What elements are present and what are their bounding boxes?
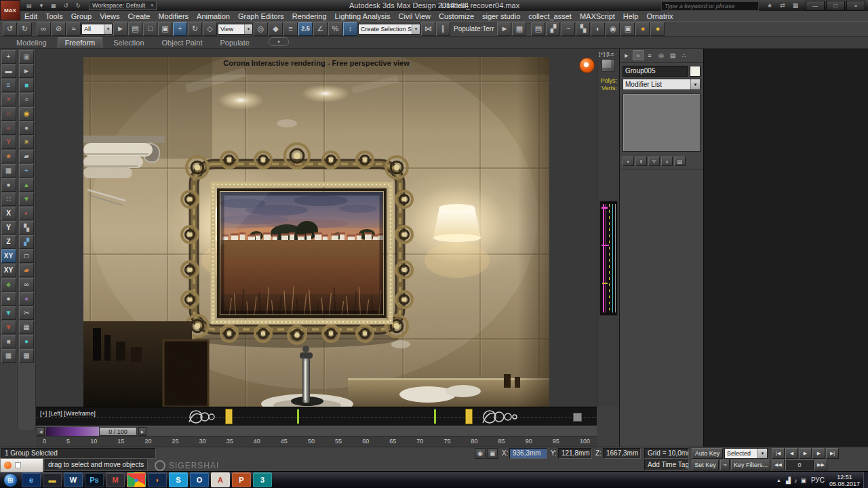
populate-edit-icon[interactable]: ▦: [512, 22, 526, 36]
render-setup-icon[interactable]: ◉: [606, 22, 620, 36]
create-tab-icon[interactable]: ►: [621, 50, 632, 60]
photoshop-icon[interactable]: Ps: [85, 472, 104, 487]
grid2-icon[interactable]: ▦: [19, 321, 34, 334]
go-to-start-button[interactable]: |◀: [772, 448, 785, 459]
render-iterative-icon[interactable]: ●: [650, 22, 665, 36]
render-production-icon[interactable]: ●: [635, 22, 650, 36]
arrow-tool-icon[interactable]: ►: [19, 64, 34, 78]
rendered-frame-icon[interactable]: ▣: [620, 22, 635, 36]
viewcube-icon[interactable]: [601, 59, 615, 72]
reference-coordinate-system-dropdown[interactable]: View▾: [218, 24, 253, 35]
panel-tool-icon[interactable]: ▣: [19, 50, 34, 64]
3ds-max-icon[interactable]: 3: [253, 472, 272, 487]
word-icon[interactable]: W: [64, 472, 83, 487]
page-icon[interactable]: □: [19, 249, 34, 263]
grid-tool-icon[interactable]: ▦: [1, 164, 16, 178]
tray-center-icon[interactable]: ▣: [800, 477, 806, 484]
favorites-star-icon[interactable]: ★: [765, 1, 774, 9]
green-clover-icon[interactable]: ♣: [1, 278, 16, 291]
unlink-selection-icon[interactable]: ⊘: [52, 22, 66, 36]
layer-manager-icon[interactable]: ▤: [531, 22, 545, 36]
axis-x-button[interactable]: X: [1, 207, 16, 220]
next-frame-button[interactable]: ▶: [812, 448, 825, 459]
menu-customize[interactable]: Customize: [435, 12, 478, 20]
selection-region-icon[interactable]: □: [143, 22, 157, 36]
set-key-button[interactable]: Set Key: [692, 460, 719, 470]
gray-box-icon[interactable]: ■: [1, 335, 16, 348]
teal-drop-icon[interactable]: ▼: [1, 306, 16, 320]
close-button[interactable]: ×: [846, 1, 865, 11]
outlook-icon[interactable]: O: [190, 472, 209, 487]
timeline-key-marker[interactable]: [465, 409, 473, 424]
menu-ornatrix[interactable]: Ornatrix: [642, 12, 677, 20]
tab-object-paint[interactable]: Object Paint: [155, 38, 210, 48]
motion-tab-icon[interactable]: ◎: [656, 50, 667, 60]
blue-panel-icon[interactable]: ▞: [19, 235, 34, 249]
rectangle-tool-icon[interactable]: ▬: [1, 64, 16, 78]
next-frame-arrow[interactable]: ▶: [138, 427, 146, 436]
object-color-swatch[interactable]: [690, 66, 701, 77]
current-frame-field[interactable]: 0: [785, 460, 814, 470]
axis-y-button[interactable]: Y: [1, 221, 16, 235]
remove-modifier-button[interactable]: ×: [661, 157, 673, 166]
angle-snap-icon[interactable]: ∠: [313, 22, 328, 36]
display-tab-icon[interactable]: ▤: [667, 50, 678, 60]
play-button[interactable]: ▶: [799, 448, 812, 459]
undo-icon[interactable]: ↺: [60, 1, 71, 9]
magnifier-icon[interactable]: ○: [19, 93, 34, 106]
exchange-icon[interactable]: ⇄: [778, 1, 787, 9]
layers-tool-icon[interactable]: ≡: [1, 79, 16, 92]
axis-xy-button[interactable]: XY: [1, 249, 16, 263]
menu-group[interactable]: Group: [67, 12, 96, 20]
gold-teapot-icon[interactable]: ◉: [19, 107, 34, 121]
x-coordinate-field[interactable]: 936,3mm: [509, 448, 547, 459]
table-icon[interactable]: ▦: [19, 349, 34, 363]
red-wave-tool-icon[interactable]: ≈: [1, 121, 16, 135]
spinner-snap-icon[interactable]: ↕: [343, 22, 357, 36]
file-explorer-icon[interactable]: ▬: [43, 472, 62, 487]
grid-helper-icon[interactable]: ▦: [1, 349, 16, 363]
menu-tools[interactable]: Tools: [41, 12, 67, 20]
menu-edit[interactable]: Edit: [20, 12, 41, 20]
pearl-icon[interactable]: ●: [1, 292, 16, 306]
left-viewport-sliver[interactable]: [599, 201, 618, 316]
maximize-button[interactable]: □: [826, 1, 845, 11]
select-and-scale-icon[interactable]: ◇: [203, 22, 217, 36]
show-end-result-button[interactable]: ‖: [635, 157, 647, 166]
left-wireframe-viewport[interactable]: [+] [Left] [Wireframe]: [36, 407, 597, 426]
start-button[interactable]: ⊞: [3, 473, 18, 487]
chrome-icon[interactable]: ●: [127, 472, 146, 487]
select-and-manipulate-icon[interactable]: ◆: [269, 22, 283, 36]
window-crossing-icon[interactable]: ▣: [158, 22, 172, 36]
menu-modifiers[interactable]: Modifiers: [154, 12, 193, 20]
save-scene-icon[interactable]: ▦: [48, 1, 59, 9]
key-step-forward-button[interactable]: ▶▶: [814, 460, 827, 470]
previous-frame-arrow[interactable]: ◀: [37, 427, 45, 436]
menu-collect-asset[interactable]: collect_asset: [524, 12, 576, 20]
tray-volume-icon[interactable]: ♪: [794, 477, 797, 484]
scissors-icon[interactable]: ✂: [19, 306, 34, 320]
orange-star-tool-icon[interactable]: ★: [1, 150, 16, 163]
purple-dot-icon[interactable]: ●: [19, 292, 34, 306]
menu-create[interactable]: Create: [123, 12, 154, 20]
orange-brush-icon[interactable]: ▰: [19, 264, 34, 277]
show-desktop-button[interactable]: [863, 472, 868, 488]
track-handle[interactable]: [573, 413, 582, 422]
clock[interactable]: 12:51 05.08.2017: [829, 473, 860, 487]
populate-simulate-icon[interactable]: ►: [497, 22, 511, 36]
percent-snap-icon[interactable]: %: [328, 22, 342, 36]
default-tangent-button[interactable]: ~: [720, 460, 730, 470]
bind-to-space-warp-icon[interactable]: ≈: [66, 22, 81, 36]
tab-populate[interactable]: Populate: [213, 38, 256, 48]
internet-explorer-icon[interactable]: e: [22, 472, 41, 487]
utilities-tab-icon[interactable]: ∴: [679, 50, 690, 60]
dots-tool-icon[interactable]: ∷: [1, 192, 16, 206]
select-by-name-icon[interactable]: ▤: [128, 22, 142, 36]
search-input[interactable]: [662, 3, 758, 9]
corona-renderer-icon[interactable]: [579, 58, 595, 73]
gray-sphere-icon[interactable]: ●: [19, 121, 34, 135]
selection-lock-toggle[interactable]: ▣: [487, 448, 498, 459]
menu-graph-editors[interactable]: Graph Editors: [234, 12, 288, 20]
timeline-key-marker[interactable]: [225, 409, 233, 424]
keyboard-override-icon[interactable]: ≡: [283, 22, 298, 36]
